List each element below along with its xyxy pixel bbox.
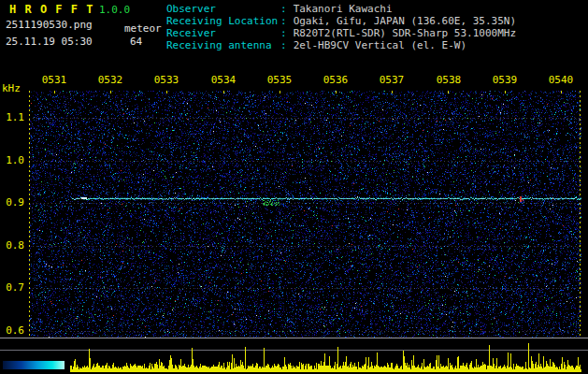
spectrogram-canvas	[29, 91, 581, 338]
freq-tick-label: 1.0	[4, 154, 24, 166]
panel-divider-line	[0, 338, 588, 338]
info-row-receiver: Receiver : R820T2(RTL-SDR) SDR-Sharp 53.…	[166, 27, 516, 39]
app-version: 1.0.0	[99, 5, 130, 16]
info-colon: :	[280, 27, 287, 39]
freq-tick-label: 0.7	[4, 281, 24, 294]
mode-label: meteor	[124, 23, 162, 35]
time-tick-label: 0531	[34, 74, 75, 86]
time-tick-label: 0532	[90, 74, 131, 86]
freq-tick-label: 0.6	[4, 324, 24, 337]
time-tick-label: 0533	[146, 74, 187, 86]
time-tick-label: 0540	[540, 74, 581, 86]
freq-tick-label: 1.1	[4, 111, 24, 123]
info-label: Observer	[166, 3, 280, 15]
info-row-observer: Observer : Takanori Kawachi	[166, 3, 516, 15]
time-tick-label: 0535	[259, 74, 300, 86]
sample-count: 64	[130, 36, 142, 48]
freq-tick-label: 0.8	[4, 239, 24, 252]
info-colon: :	[280, 3, 287, 15]
hrofft-screen: H R O F F T 1.0.0 2511190530.png meteor …	[0, 0, 588, 374]
info-value: 2el-HB9CV Vertical (el. E-W)	[294, 39, 466, 51]
file-name: 2511190530.png	[6, 20, 93, 31]
freq-unit-label: kHz	[2, 83, 21, 94]
info-label: Receiving Location	[166, 15, 280, 27]
info-colon: :	[280, 39, 287, 51]
time-tick-label: 0537	[371, 74, 412, 86]
time-tick-label: 0534	[203, 74, 244, 86]
info-value: Ogaki, Gifu, JAPAN (136.60E, 35.35N)	[294, 15, 516, 27]
info-value: R820T2(RTL-SDR) SDR-Sharp 53.1000MHz	[294, 27, 516, 39]
info-value: Takanori Kawachi	[294, 3, 393, 15]
info-colon: :	[280, 15, 287, 27]
freq-tick-label: 0.9	[4, 196, 24, 209]
info-label: Receiving antenna	[166, 39, 280, 51]
time-tick-label: 0538	[428, 74, 469, 86]
app-title: H R O F F T	[9, 4, 93, 15]
audio-level-canvas	[29, 339, 581, 372]
info-row-antenna: Receiving antenna : 2el-HB9CV Vertical (…	[166, 39, 516, 51]
intensity-colorbar	[3, 361, 65, 369]
info-row-location: Receiving Location : Ogaki, Gifu, JAPAN …	[166, 15, 516, 27]
timestamp: 25.11.19 05:30	[6, 36, 93, 48]
info-label: Receiver	[166, 27, 280, 39]
time-tick-label: 0539	[484, 74, 525, 86]
station-info: Observer : Takanori Kawachi Receiving Lo…	[166, 3, 516, 51]
time-tick-label: 0536	[315, 74, 356, 86]
